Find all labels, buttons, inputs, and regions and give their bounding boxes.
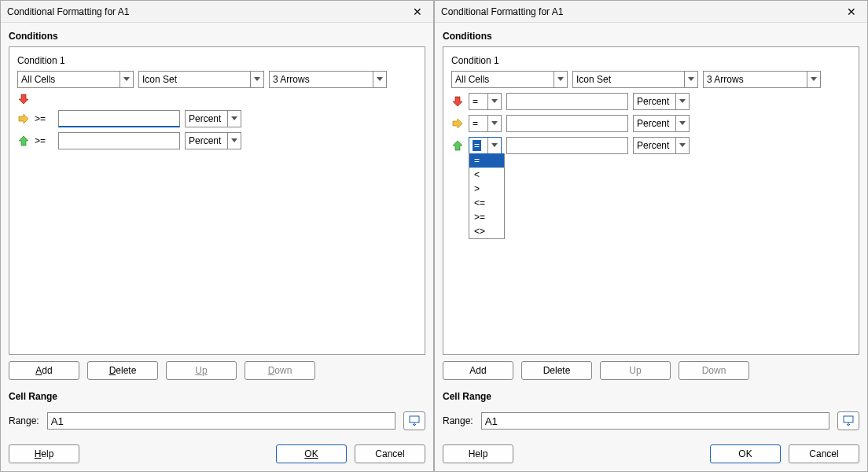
operator-value: =	[473, 118, 478, 129]
dialog-right: Conditional Formatting for A1 ✕ Conditio…	[434, 0, 868, 472]
unit-select[interactable]: Percent	[185, 110, 241, 127]
rule-type-select[interactable]: Icon Set	[572, 71, 698, 88]
chevron-down-icon	[675, 138, 686, 153]
operator-option[interactable]: <	[469, 168, 504, 182]
rule-type-value: Icon Set	[576, 74, 611, 85]
operator-option[interactable]: <>	[469, 224, 504, 238]
window-title: Conditional Formatting for A1	[7, 6, 129, 17]
chevron-down-icon	[120, 72, 130, 87]
range-input[interactable]	[481, 412, 829, 430]
arrow-down-red-icon	[17, 93, 30, 105]
add-button[interactable]: Add	[9, 361, 79, 380]
chevron-down-icon	[487, 138, 498, 153]
operator-value: =	[473, 140, 481, 151]
icon-set-select[interactable]: 3 Arrows	[269, 71, 387, 88]
chevron-down-icon	[373, 72, 383, 87]
delete-button[interactable]: Delete	[87, 361, 158, 380]
operator-option[interactable]: =	[469, 153, 504, 168]
chevron-down-icon	[807, 72, 817, 87]
operator-select-open[interactable]: = = < > <= >= <>	[469, 137, 502, 154]
range-picker-button[interactable]	[837, 411, 859, 430]
scope-value: All Cells	[21, 74, 55, 85]
cellrange-heading: Cell Range	[9, 391, 425, 402]
arrow-right-yellow-icon	[17, 112, 30, 125]
unit-value: Percent	[189, 135, 221, 146]
cellrange-heading: Cell Range	[443, 391, 859, 402]
shrink-icon	[409, 415, 420, 426]
down-button[interactable]: Down	[679, 361, 749, 380]
range-input[interactable]	[47, 412, 395, 430]
icon-set-select[interactable]: 3 Arrows	[703, 71, 821, 88]
unit-value: Percent	[637, 118, 669, 129]
operator-option[interactable]: >	[469, 182, 504, 196]
chevron-down-icon	[487, 94, 498, 109]
scope-value: All Cells	[455, 74, 489, 85]
condition-title: Condition 1	[17, 55, 417, 66]
operator-label: >=	[35, 135, 53, 146]
conditions-panel: Condition 1 All Cells Icon Set 3 Arrows	[443, 46, 859, 355]
rule-type-select[interactable]: Icon Set	[138, 71, 264, 88]
threshold-input[interactable]	[506, 93, 628, 110]
conditions-panel: Condition 1 All Cells Icon Set 3 Arrows	[9, 46, 425, 355]
chevron-down-icon	[554, 72, 564, 87]
arrow-up-green-icon	[451, 139, 464, 152]
operator-dropdown-list: = < > <= >= <>	[469, 153, 505, 239]
unit-select[interactable]: Percent	[185, 132, 241, 149]
operator-label: >=	[35, 113, 53, 124]
condition-title: Condition 1	[451, 55, 851, 66]
chevron-down-icon	[227, 111, 237, 127]
close-icon[interactable]: ✕	[408, 6, 427, 18]
window-title: Conditional Formatting for A1	[441, 6, 563, 17]
cancel-button[interactable]: Cancel	[789, 444, 859, 463]
icon-set-value: 3 Arrows	[707, 74, 744, 85]
chevron-down-icon	[487, 116, 498, 131]
down-button[interactable]: Down	[245, 361, 315, 380]
dialog-left: Conditional Formatting for A1 ✕ Conditio…	[0, 0, 434, 472]
svg-rect-0	[410, 416, 419, 422]
range-picker-button[interactable]	[403, 411, 425, 430]
svg-rect-1	[844, 416, 853, 422]
chevron-down-icon	[684, 72, 694, 87]
operator-select[interactable]: =	[469, 115, 502, 132]
scope-select[interactable]: All Cells	[451, 71, 568, 88]
threshold-input[interactable]	[506, 115, 628, 132]
chevron-down-icon	[227, 133, 237, 149]
unit-select[interactable]: Percent	[633, 115, 690, 132]
conditions-heading: Conditions	[443, 31, 859, 42]
up-button[interactable]: Up	[600, 361, 671, 380]
threshold-input[interactable]	[506, 137, 628, 154]
shrink-icon	[843, 415, 854, 426]
threshold-input[interactable]	[58, 110, 180, 127]
titlebar: Conditional Formatting for A1 ✕	[1, 1, 433, 23]
cancel-button[interactable]: Cancel	[355, 444, 425, 463]
titlebar: Conditional Formatting for A1 ✕	[435, 1, 867, 23]
operator-option[interactable]: <=	[469, 196, 504, 210]
threshold-input[interactable]	[58, 132, 180, 149]
add-button[interactable]: Add	[443, 361, 513, 380]
arrow-up-green-icon	[17, 135, 30, 147]
icon-set-value: 3 Arrows	[273, 74, 310, 85]
close-icon[interactable]: ✕	[842, 6, 861, 18]
unit-select[interactable]: Percent	[633, 137, 690, 154]
conditions-heading: Conditions	[9, 31, 425, 42]
operator-select[interactable]: =	[469, 93, 502, 110]
arrow-down-red-icon	[451, 95, 464, 108]
scope-select[interactable]: All Cells	[17, 71, 134, 88]
unit-select[interactable]: Percent	[633, 93, 690, 110]
range-label: Range:	[9, 415, 39, 426]
unit-value: Percent	[637, 96, 669, 107]
chevron-down-icon	[675, 116, 686, 131]
ok-button[interactable]: OK	[710, 444, 781, 463]
help-button[interactable]: Help	[9, 444, 79, 463]
delete-button[interactable]: Delete	[521, 361, 592, 380]
rule-type-value: Icon Set	[142, 74, 177, 85]
chevron-down-icon	[250, 72, 260, 87]
operator-option[interactable]: >=	[469, 210, 504, 224]
chevron-down-icon	[675, 94, 686, 109]
up-button[interactable]: Up	[166, 361, 237, 380]
ok-button[interactable]: OK	[276, 444, 347, 463]
operator-value: =	[473, 96, 478, 107]
arrow-right-yellow-icon	[451, 117, 464, 130]
range-label: Range:	[443, 415, 473, 426]
help-button[interactable]: Help	[443, 444, 513, 463]
